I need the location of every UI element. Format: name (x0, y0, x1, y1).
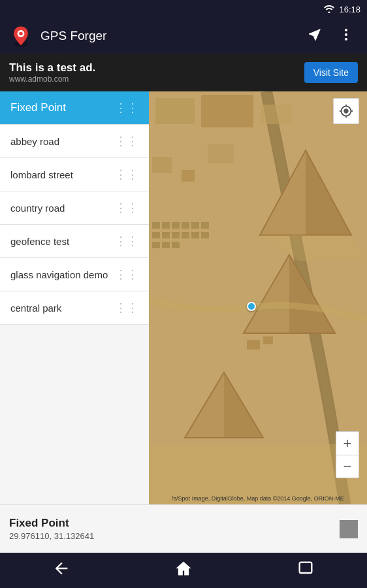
svg-rect-18 (162, 242, 170, 248)
svg-point-3 (345, 29, 347, 31)
map-attribution: /s/Spot Image, DigitalGlobe, Map data ©2… (149, 495, 367, 502)
sidebar-item-label: country road (10, 203, 65, 214)
app-logo (9, 24, 33, 48)
home-button[interactable] (161, 554, 206, 587)
svg-rect-19 (172, 242, 180, 248)
ad-url: www.admob.com (9, 74, 95, 84)
sidebar-item-glass-navigation[interactable]: glass navigation demo ⋮⋮ (0, 258, 149, 291)
sidebar-item-label: glass navigation demo (10, 269, 108, 280)
ad-text-block: This is a test ad. www.admob.com (9, 61, 95, 84)
ad-title: This is a test ad. (9, 61, 95, 74)
svg-rect-14 (152, 232, 160, 238)
svg-point-5 (345, 38, 347, 41)
svg-rect-33 (152, 157, 172, 173)
stop-button[interactable] (340, 520, 358, 538)
sidebar-item-geofence-test[interactable]: geofence test ⋮⋮ (0, 225, 149, 258)
zoom-in-button[interactable]: + (336, 431, 359, 455)
svg-rect-12 (162, 222, 170, 229)
sidebar-item-lombard-street[interactable]: lombard street ⋮⋮ (0, 158, 149, 191)
drag-handle-icon: ⋮⋮ (115, 201, 138, 215)
svg-rect-37 (263, 336, 273, 344)
sidebar-item-country-road[interactable]: country road ⋮⋮ (0, 191, 149, 225)
drag-handle-icon: ⋮⋮ (115, 134, 138, 148)
svg-rect-17 (152, 242, 160, 248)
map-satellite-view (149, 91, 367, 504)
more-options-icon[interactable] (334, 23, 358, 50)
svg-rect-36 (247, 340, 260, 350)
sidebar-item-label: geofence test (10, 236, 69, 247)
sidebar-item-central-park[interactable]: central park ⋮⋮ (0, 291, 149, 325)
ad-banner: This is a test ad. www.admob.com Visit S… (0, 54, 367, 91)
drag-handle-icon: ⋮⋮ (115, 167, 138, 182)
recents-button[interactable] (283, 554, 328, 587)
location-name: Fixed Point (9, 517, 94, 530)
zoom-out-button[interactable]: − (336, 455, 359, 478)
sidebar-item-label: Fixed Point (10, 101, 66, 114)
map-area[interactable]: + − /s/Spot Image, DigitalGlobe, Map dat… (149, 91, 367, 504)
sidebar-item-fixed-point[interactable]: Fixed Point ⋮⋮ (0, 91, 149, 125)
wifi-icon (323, 4, 335, 15)
status-time: 16:18 (339, 5, 360, 14)
svg-rect-8 (155, 98, 195, 124)
back-button[interactable] (39, 554, 84, 587)
status-bar: 16:18 (0, 0, 367, 18)
svg-rect-13 (172, 222, 180, 229)
sidebar-item-abbey-road[interactable]: abbey road ⋮⋮ (0, 125, 149, 158)
drag-handle-icon: ⋮⋮ (115, 267, 138, 282)
sidebar-item-label: lombard street (10, 169, 73, 180)
svg-rect-9 (201, 95, 253, 127)
svg-rect-21 (191, 222, 199, 229)
svg-rect-20 (182, 222, 189, 229)
svg-rect-15 (162, 232, 170, 238)
drag-handle-icon: ⋮⋮ (115, 234, 138, 248)
svg-rect-22 (201, 222, 209, 229)
status-icons: 16:18 (323, 4, 360, 15)
svg-rect-16 (172, 232, 180, 238)
nav-bar (0, 553, 367, 588)
location-coordinates: 29.976110, 31.132641 (9, 531, 94, 541)
svg-point-2 (19, 32, 22, 35)
svg-rect-39 (300, 563, 312, 573)
drag-handle-icon: ⋮⋮ (115, 301, 138, 315)
route-icon[interactable] (303, 23, 327, 50)
svg-rect-24 (191, 232, 199, 238)
sidebar-item-label: central park (10, 302, 61, 314)
my-location-button[interactable] (333, 98, 359, 124)
drag-handle-icon: ⋮⋮ (115, 101, 138, 115)
sidebar-item-label: abbey road (10, 136, 59, 147)
info-bar: Fixed Point 29.976110, 31.132641 (0, 504, 367, 553)
svg-rect-10 (260, 105, 293, 124)
app-title: GPS Forger (40, 29, 295, 43)
info-text-block: Fixed Point 29.976110, 31.132641 (9, 517, 94, 541)
svg-rect-11 (152, 222, 160, 229)
map-zoom-controls: + − (336, 431, 359, 478)
svg-rect-23 (182, 232, 189, 238)
svg-rect-34 (182, 170, 195, 182)
main-content: Fixed Point ⋮⋮ abbey road ⋮⋮ lombard str… (0, 91, 367, 504)
app-bar: GPS Forger (0, 18, 367, 54)
sidebar: Fixed Point ⋮⋮ abbey road ⋮⋮ lombard str… (0, 91, 149, 504)
svg-rect-25 (201, 232, 209, 238)
visit-site-button[interactable]: Visit Site (304, 62, 358, 83)
svg-point-4 (345, 33, 347, 36)
location-marker (247, 302, 256, 311)
svg-rect-35 (208, 144, 234, 163)
